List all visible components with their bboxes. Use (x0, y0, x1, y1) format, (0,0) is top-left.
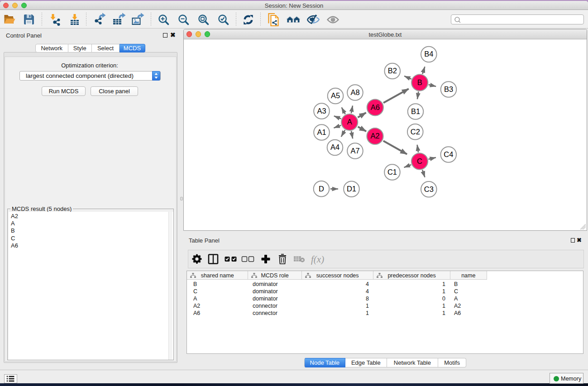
svg-text:A8: A8 (350, 88, 359, 96)
svg-text:B3: B3 (444, 85, 453, 93)
svg-text:C1: C1 (387, 168, 397, 176)
svg-text:A3: A3 (317, 107, 326, 115)
svg-text:A1: A1 (317, 128, 326, 136)
svg-text:B1: B1 (411, 107, 420, 115)
svg-text:f(x): f(x) (311, 254, 324, 265)
svg-text:C3: C3 (424, 185, 434, 193)
svg-text:C: C (417, 157, 422, 165)
svg-text:A: A (347, 118, 352, 126)
svg-text:D: D (319, 185, 324, 193)
svg-text:C4: C4 (444, 150, 453, 158)
svg-text:A7: A7 (350, 147, 359, 155)
svg-text:B: B (417, 78, 422, 86)
svg-text:D1: D1 (347, 185, 356, 193)
svg-text:A2: A2 (370, 132, 379, 140)
svg-text:A4: A4 (330, 143, 339, 151)
svg-text:C2: C2 (411, 128, 420, 136)
svg-text:A5: A5 (331, 91, 340, 100)
svg-text:B4: B4 (424, 50, 433, 58)
svg-text:A6: A6 (371, 103, 380, 111)
svg-text:B2: B2 (388, 67, 397, 75)
